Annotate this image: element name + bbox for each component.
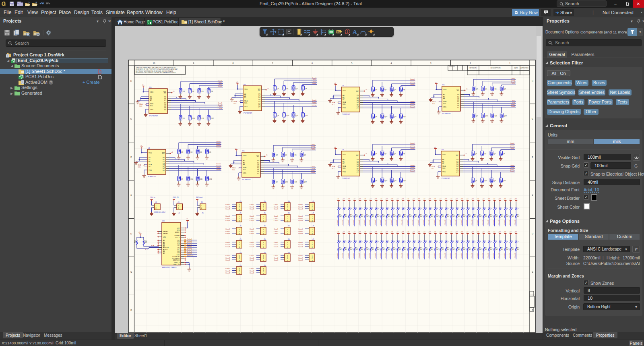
svg-text:HEREWITH IS THE PROPERTY OF AL: HEREWITH IS THE PROPERTY OF ALTIUM LIMIT… bbox=[136, 68, 178, 70]
svg-text:J0: J0 bbox=[201, 201, 203, 203]
svg-text:A: A bbox=[353, 29, 357, 35]
svg-text:G: G bbox=[532, 118, 533, 120]
svg-text:SCL: SCL bbox=[145, 249, 148, 251]
svg-text:+5: +5 bbox=[186, 218, 188, 220]
svg-text:C3EDG-5.08-2: C3EDG-5.08-2 bbox=[154, 211, 166, 213]
svg-text:20% out: 20% out bbox=[196, 196, 203, 198]
svg-text:D: D bbox=[532, 232, 533, 235]
svg-text:4k7: 4k7 bbox=[134, 242, 136, 244]
svg-text:RESERVED OR EXPRESS OR IMPLIED: RESERVED OR EXPRESS OR IMPLIED WARANTEE … bbox=[136, 72, 176, 74]
svg-text:A7: A7 bbox=[163, 252, 165, 254]
svg-text:8: 8 bbox=[233, 62, 234, 64]
svg-text:C: C bbox=[532, 271, 533, 273]
svg-text:+5: +5 bbox=[138, 231, 140, 233]
svg-text:THIS DOCUMENT AND THE DATA DIS: THIS DOCUMENT AND THE DATA DISCLOSED HER… bbox=[136, 67, 175, 68]
svg-text:J5: J5 bbox=[202, 212, 204, 214]
svg-text:DATE: DATE bbox=[514, 67, 518, 69]
svg-text:VIN: VIN bbox=[163, 236, 166, 238]
svg-text:F: F bbox=[130, 156, 132, 158]
svg-text:H: H bbox=[532, 80, 533, 82]
svg-text:Relay10: Relay10 bbox=[187, 255, 193, 257]
svg-text:4: 4 bbox=[391, 62, 392, 64]
svg-text:J0: J0 bbox=[178, 201, 180, 203]
svg-text:3V3: 3V3 bbox=[177, 229, 180, 231]
svg-text:REVISION: REVISION bbox=[469, 67, 477, 69]
svg-text:20% IN: 20% IN bbox=[173, 196, 178, 198]
svg-text:E: E bbox=[130, 194, 132, 197]
svg-text:altium.com: altium.com bbox=[449, 66, 455, 68]
svg-text:B: B bbox=[130, 309, 132, 311]
svg-text:D1/TX: D1/TX bbox=[175, 236, 180, 238]
svg-text:D1: D1 bbox=[337, 30, 341, 33]
svg-text:DESCRIPTION: DESCRIPTION bbox=[491, 67, 501, 69]
svg-text:F: F bbox=[532, 156, 533, 158]
svg-text:12v In: 12v In bbox=[151, 196, 156, 198]
svg-text:6: 6 bbox=[312, 62, 313, 64]
svg-text:SDA: SDA bbox=[151, 244, 154, 247]
svg-text:APPROVED: APPROVED bbox=[520, 67, 528, 69]
svg-text:2: 2 bbox=[470, 62, 471, 64]
svg-text:7: 7 bbox=[272, 62, 273, 64]
svg-text:5: 5 bbox=[351, 62, 352, 64]
svg-text:J0: J0 bbox=[155, 201, 157, 203]
svg-text:4k7: 4k7 bbox=[144, 242, 147, 244]
svg-text:U9: U9 bbox=[162, 220, 165, 222]
svg-text:E: E bbox=[532, 194, 533, 197]
svg-text:9: 9 bbox=[193, 62, 194, 64]
svg-text:10: 10 bbox=[153, 62, 155, 64]
svg-text:ARDUINO_NANO: ARDUINO_NANO bbox=[162, 266, 177, 268]
svg-text:C: C bbox=[130, 271, 132, 273]
svg-text:D13/SCK: D13/SCK bbox=[173, 259, 180, 261]
svg-text:G: G bbox=[130, 118, 132, 120]
svg-text:H: H bbox=[130, 80, 132, 82]
svg-text:1: 1 bbox=[509, 62, 510, 64]
svg-text:3: 3 bbox=[430, 62, 431, 64]
svg-text:D: D bbox=[130, 232, 132, 235]
svg-text:B: B bbox=[532, 309, 533, 311]
svg-text:GND_29: GND_29 bbox=[173, 263, 180, 265]
svg-text:RESET: RESET bbox=[163, 232, 169, 234]
svg-text:J4: J4 bbox=[178, 212, 180, 214]
svg-text:BE FREELY DISTRIBUTED IN WHOLE: BE FREELY DISTRIBUTED IN WHOLE. NO RIGHT… bbox=[136, 70, 173, 72]
svg-text:AREF: AREF bbox=[175, 231, 180, 233]
